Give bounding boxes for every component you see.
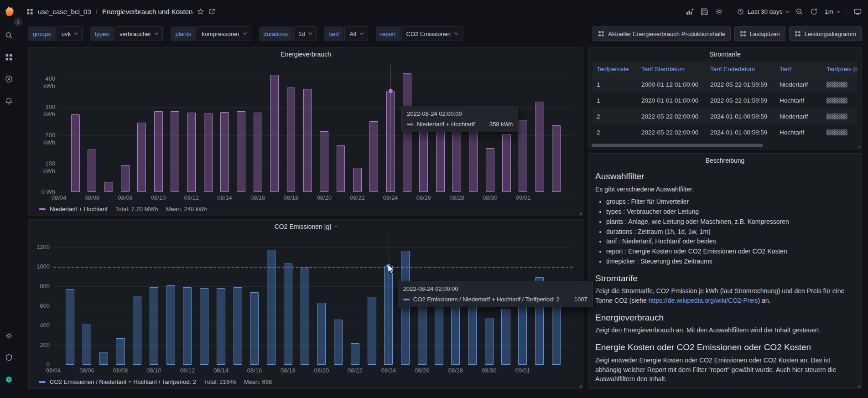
co2-chart[interactable]: 2022-08-24 02:00:00 CO2 Emissionen / Nie… [32,233,579,376]
bar-2022-08-11[interactable] [166,285,175,365]
table-column-header[interactable]: Tarif [775,62,822,77]
server-admin-shield-icon[interactable] [0,350,18,365]
panel-resize-handle[interactable] [857,145,860,148]
bar-2022-09-01[interactable] [519,120,527,192]
save-dashboard-icon[interactable] [701,8,708,16]
bar-2022-08-14[interactable] [220,112,229,192]
bar-2022-08-23[interactable] [368,297,376,365]
panel-resize-handle[interactable] [579,384,582,388]
filter-value-groups[interactable]: uvk [57,26,83,41]
configuration-gear-icon[interactable] [0,328,18,343]
dashboard-settings-icon[interactable] [715,8,723,16]
alerting-bell-icon[interactable] [0,93,18,109]
table-column-header[interactable]: Tarifperiode [593,62,637,77]
bar-2022-08-09[interactable] [133,296,141,365]
bar-2022-08-30[interactable] [485,318,494,365]
filter-value-durations[interactable]: 1d [293,26,317,41]
kiosk-monitor-icon[interactable] [854,8,862,16]
bar-2022-08-10[interactable] [150,287,158,365]
bar-2022-08-25[interactable] [401,251,410,365]
table-panel-title[interactable]: Stromtarife [589,47,861,61]
bar-2022-08-20[interactable] [320,131,328,192]
plugin-icon[interactable] [0,372,18,387]
bar-2022-08-22[interactable] [353,168,362,192]
bar-2022-08-19[interactable] [303,89,312,192]
table-column-header[interactable]: Tarifpreis (ct/k [822,62,858,77]
dashboard-link[interactable]: Aktueller Energieverbrauch Produktionsha… [593,26,731,41]
filter-value-types[interactable]: verbraucher [114,26,163,41]
bar-2022-08-19[interactable] [301,268,309,365]
explore-compass-icon[interactable] [0,71,18,87]
panel-resize-handle[interactable] [579,212,582,215]
bar-2022-08-13[interactable] [204,114,213,192]
bar-2022-08-14[interactable] [217,288,225,365]
search-icon[interactable] [0,27,18,43]
bar-2022-08-22[interactable] [351,343,359,365]
panel-resize-handle[interactable] [857,384,860,388]
star-icon[interactable] [197,8,204,15]
bar-2022-08-07[interactable] [104,182,113,192]
time-range-picker[interactable]: Last 30 days [737,8,789,15]
bar-2022-08-21[interactable] [334,320,343,365]
bar-2022-08-16[interactable] [250,292,259,365]
sidebar-expand-button[interactable] [14,18,22,26]
bar-2022-08-09[interactable] [137,123,146,192]
share-icon[interactable] [208,8,215,15]
co2-panel-title[interactable]: CO2 Emissionen [g] [29,220,583,233]
energy-chart[interactable]: 2022-08-24 02:00:00 Niedertarif + Hochta… [32,61,579,203]
filter-label-types[interactable]: types [90,26,114,41]
dashboards-grid-icon[interactable] [0,49,18,65]
bar-2022-08-07[interactable] [99,352,108,365]
filter-value-report[interactable]: CO2 Emissionen [401,26,463,41]
bar-2022-09-02[interactable] [535,102,544,192]
zoom-out-icon[interactable] [795,8,803,16]
wikipedia-link[interactable]: https://de.wikipedia.org/wiki/CO2-Preis [649,297,758,304]
filter-value-tarif[interactable]: All [344,26,368,41]
bar-2022-08-15[interactable] [234,287,242,365]
grafana-logo[interactable] [0,4,18,19]
bar-2022-09-03[interactable] [552,125,561,192]
bar-2022-08-20[interactable] [317,303,326,365]
breadcrumb-dashboard-title[interactable]: Energieverbrauch und Kosten [102,8,192,16]
bar-2022-08-18[interactable] [284,264,292,365]
bar-2022-08-17[interactable] [270,75,279,192]
bar-2022-08-16[interactable] [254,113,262,192]
bar-2022-08-05[interactable] [66,289,74,365]
bar-2022-08-18[interactable] [287,88,296,192]
table-column-header[interactable]: Tarif Endedatum [706,62,775,77]
bar-2022-09-03[interactable] [552,301,561,365]
bar-2022-08-31[interactable] [502,134,511,192]
filter-value-plants[interactable]: kompressoren [197,26,251,41]
filter-label-report[interactable]: report [376,26,400,41]
bar-2022-08-08[interactable] [116,338,125,365]
bar-2022-08-10[interactable] [154,111,163,192]
bar-2022-08-17[interactable] [267,250,275,365]
energy-panel-title[interactable]: Energieverbrauch [29,47,583,61]
table-horizontal-scrollbar[interactable] [592,144,763,147]
bar-2022-08-30[interactable] [486,148,494,192]
bar-2022-08-08[interactable] [121,165,130,192]
bar-2022-08-13[interactable] [200,288,208,365]
breadcrumb-folder[interactable]: use_case_bci_03 [38,8,91,16]
filter-label-tarif[interactable]: tarif [324,26,343,41]
refresh-interval-picker[interactable]: 1m [825,8,840,15]
filter-label-plants[interactable]: plants [171,26,196,41]
dashboard-link[interactable]: Leistungsdiagramm [789,26,862,41]
panel-menu-caret[interactable] [334,224,338,227]
bar-2022-08-15[interactable] [237,111,245,192]
bar-2022-08-11[interactable] [171,111,179,192]
description-panel-title[interactable]: Beschreibung [589,154,861,167]
legend-series-label[interactable]: Niedertarif + Hochtarif [50,206,108,212]
filter-label-groups[interactable]: groups [28,26,56,41]
table-column-header[interactable]: Tarif Startdatum [637,62,706,77]
bar-2022-08-12[interactable] [183,287,192,365]
add-panel-icon[interactable] [686,8,694,16]
bar-2022-08-12[interactable] [187,113,196,192]
bar-2022-08-23[interactable] [369,121,378,192]
bar-2022-08-25[interactable] [403,73,411,192]
bar-2022-08-06[interactable] [88,150,96,192]
legend-series-label[interactable]: CO2 Emissionen / Niedertarif + Hochtarif… [50,378,196,385]
refresh-icon[interactable] [810,8,818,16]
filter-label-durations[interactable]: durations [259,26,292,41]
bar-2022-08-06[interactable] [83,324,91,365]
